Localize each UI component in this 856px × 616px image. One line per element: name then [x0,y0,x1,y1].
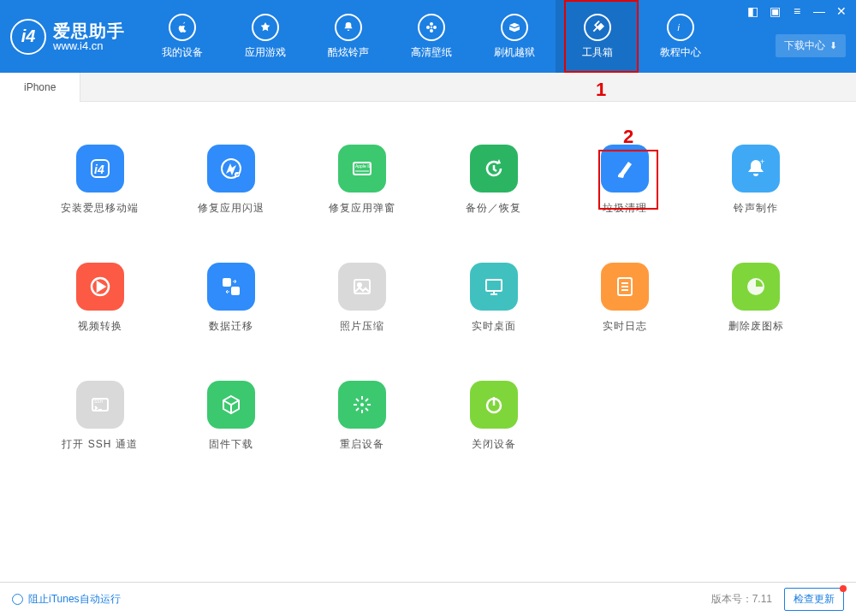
svg-text:Apple ID: Apple ID [355,163,372,169]
tool-install-i4[interactable]: i4 安装爱思移动端 [34,145,165,216]
tool-firmware-download[interactable]: 固件下载 [165,381,296,452]
svg-text:i: i [677,21,680,32]
toolbox-panel: i4 安装爱思移动端 修复应用闪退 Apple ID 修复应用弹窗 备份／恢复 … [0,102,856,577]
brand-url: www.i4.cn [53,40,125,52]
tool-label: 垃圾清理 [603,201,647,216]
status-bar: 阻止iTunes自动运行 版本号：7.11 检查更新 [0,582,856,616]
bell-icon [335,14,362,41]
nav-flash-jailbreak[interactable]: 刷机越狱 [473,0,556,73]
brand-logo-icon: i4 [10,19,46,55]
tool-label: 数据迁移 [209,319,253,334]
info-icon: i [667,14,694,41]
svg-text:i4: i4 [94,163,104,176]
svg-rect-19 [486,280,502,291]
nav-label: 我的设备 [162,45,203,60]
block-itunes-label: 阻止iTunes自动运行 [28,592,121,607]
tool-backup-restore[interactable]: 备份／恢复 [428,145,559,216]
device-tabs: iPhone [0,73,856,102]
nav-label: 教程中心 [660,45,701,60]
appleid-icon: Apple ID [338,145,386,192]
svg-line-31 [356,399,359,401]
tool-live-desktop[interactable]: 实时桌面 [428,263,559,334]
i4app-icon: i4 [76,145,124,192]
brand-text: 爱思助手 www.i4.cn [53,21,125,52]
tool-label: 重启设备 [340,437,384,452]
svg-text:+: + [760,157,764,166]
appstore-icon [252,14,279,41]
reboot-icon [338,381,386,429]
version-text: 版本号：7.11 [711,592,772,607]
tool-shutdown-device[interactable]: 关闭设备 [428,381,559,452]
tool-label: 固件下载 [209,437,253,452]
tool-photo-compress[interactable]: 照片压缩 [297,263,428,334]
svg-point-3 [426,26,430,29]
nav-toolbox[interactable]: 工具箱 [556,0,639,73]
tool-data-migrate[interactable]: 数据迁移 [165,263,296,334]
svg-point-4 [433,26,437,29]
close-icon[interactable]: ✕ [835,5,847,17]
tool-label: 照片压缩 [340,319,384,334]
svg-text:SSH: SSH [94,399,104,404]
tool-label: 安装爱思移动端 [61,201,139,216]
box-open-icon [501,14,528,41]
tool-grid: i4 安装爱思移动端 修复应用闪退 Apple ID 修复应用弹窗 备份／恢复 … [34,145,822,452]
brand[interactable]: i4 爱思助手 www.i4.cn [10,19,125,55]
svg-rect-16 [231,287,240,295]
restore-icon [470,145,518,192]
download-icon: ⬇ [829,40,837,51]
tool-label: 实时桌面 [472,319,516,334]
tool-label: 实时日志 [603,319,647,334]
tool-label: 修复应用闪退 [198,201,265,216]
svg-line-33 [356,408,359,411]
tool-label: 修复应用弹窗 [329,201,395,216]
tool-make-ringtone[interactable]: + 铃声制作 [691,145,822,216]
nav-label: 应用游戏 [245,45,286,60]
tool-live-log[interactable]: 实时日志 [559,263,690,334]
nav-ringtones[interactable]: 酷炫铃声 [306,0,389,73]
nav-my-device[interactable]: 我的设备 [140,0,223,73]
log-icon [601,263,649,311]
radio-off-icon [12,594,23,605]
svg-point-18 [358,283,361,287]
tools-icon [584,14,611,41]
pie-icon [732,263,780,311]
tool-label: 关闭设备 [472,437,516,452]
clean-icon [601,145,649,192]
tool-reboot-device[interactable]: 重启设备 [297,381,428,452]
skin-icon[interactable]: ▣ [769,5,781,17]
nav-label: 刷机越狱 [494,45,535,60]
download-center-button[interactable]: 下载中心 ⬇ [776,34,846,57]
brand-title: 爱思助手 [53,21,125,40]
nav-apps-games[interactable]: 应用游戏 [223,0,306,73]
migrate-icon [207,263,255,311]
tab-iphone[interactable]: iPhone [0,73,80,102]
nav-label: 高清壁纸 [411,45,452,60]
nav-label: 工具箱 [582,45,613,60]
nav-label: 酷炫铃声 [328,45,369,60]
tool-label: 备份／恢复 [466,201,521,216]
photo-icon [338,263,386,311]
minimize-icon[interactable]: — [813,5,825,17]
block-itunes-toggle[interactable]: 阻止iTunes自动运行 [12,592,121,607]
ring-icon: + [732,145,780,192]
tool-clean-junk[interactable]: 垃圾清理 [559,145,690,216]
app-header: i4 爱思助手 www.i4.cn 我的设备 应用游戏 酷炫铃声 高清壁纸 刷机… [0,0,856,73]
nav-tutorials[interactable]: i 教程中心 [639,0,722,73]
tool-fix-crash[interactable]: 修复应用闪退 [165,145,296,216]
tool-open-ssh[interactable]: SSH 打开 SSH 通道 [34,381,165,452]
tool-label: 打开 SSH 通道 [62,437,137,452]
check-update-button[interactable]: 检查更新 [784,588,844,611]
menu-icon[interactable]: ≡ [791,5,803,17]
tool-label: 铃声制作 [734,201,778,216]
tool-fix-popup[interactable]: Apple ID 修复应用弹窗 [297,145,428,216]
svg-point-9 [235,172,240,177]
power-icon [470,381,518,429]
cube-icon [207,381,255,429]
svg-point-2 [430,29,433,33]
feedback-icon[interactable]: ◧ [746,5,758,17]
tool-delete-dead-icons[interactable]: 删除废图标 [691,263,822,334]
svg-point-1 [430,22,433,26]
nav-wallpapers[interactable]: 高清壁纸 [389,0,473,73]
main-nav: 我的设备 应用游戏 酷炫铃声 高清壁纸 刷机越狱 工具箱 i 教程中心 [140,0,722,73]
tool-video-convert[interactable]: 视频转换 [34,263,165,334]
